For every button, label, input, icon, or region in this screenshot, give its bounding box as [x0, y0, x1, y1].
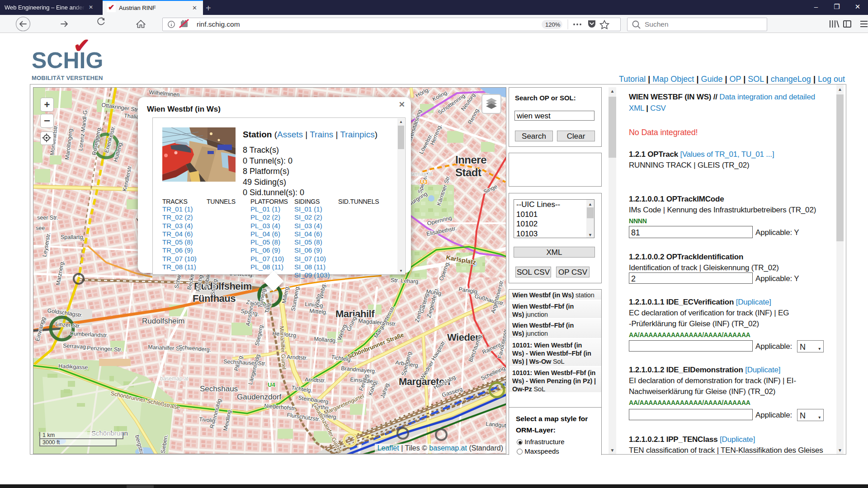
svg-text:U4: U4	[268, 381, 275, 388]
svg-text:rinf.schig.com: rinf.schig.com	[197, 20, 240, 28]
svg-text:There: There	[504, 381, 506, 387]
svg-text:Spallartg.: Spallartg.	[61, 234, 85, 240]
svg-text:Gaudenzdorf: Gaudenzdorf	[237, 393, 282, 401]
svg-text:basemap.at: basemap.at	[160, 375, 189, 382]
svg-text:Arndtstr.: Arndtstr.	[287, 354, 308, 361]
svg-text:Rudolfsheim: Rudolfsheim	[142, 317, 185, 325]
svg-text:Suchen: Suchen	[645, 20, 669, 28]
svg-text:Innere: Innere	[455, 154, 486, 166]
svg-text:Sechshaus: Sechshaus	[200, 385, 238, 393]
svg-text:Arndtstr.: Arndtstr.	[305, 376, 326, 384]
svg-text:Stadt: Stadt	[455, 166, 481, 178]
svg-text:see: see	[36, 225, 45, 231]
svg-text:Serravag.: Serravag.	[63, 343, 88, 350]
svg-text:U3: U3	[420, 178, 428, 185]
svg-text:seer Str.: seer Str.	[37, 215, 58, 221]
svg-text:120%: 120%	[545, 21, 561, 28]
